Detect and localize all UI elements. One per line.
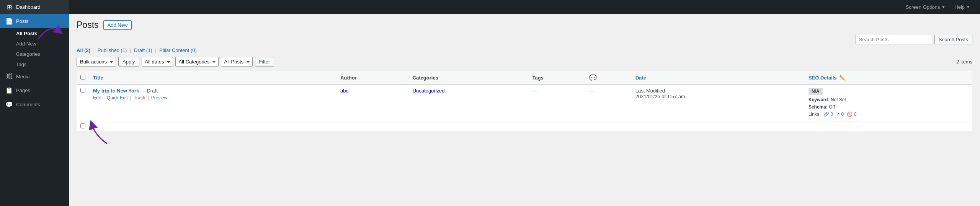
screen-options-arrow-icon: ▼ bbox=[941, 5, 945, 9]
row-checkbox[interactable] bbox=[80, 88, 85, 93]
filter-button[interactable]: Filter bbox=[255, 57, 274, 67]
topbar: Screen Options ▼ Help ▼ bbox=[69, 0, 980, 14]
row-author-cell: abc bbox=[336, 85, 409, 122]
seo-links-label: Links: bbox=[808, 111, 820, 118]
internal-links[interactable]: 🔗 0 bbox=[823, 111, 833, 118]
row-date-cell: Last Modified 2021/01/25 at 1:57 am bbox=[632, 85, 805, 122]
comments-icon: 💬 bbox=[5, 101, 13, 108]
items-count: 2 items bbox=[956, 59, 972, 65]
date-sort-link[interactable]: Date bbox=[635, 75, 646, 81]
edit-link[interactable]: Edit bbox=[93, 95, 101, 101]
footer-select-all[interactable] bbox=[80, 123, 85, 128]
submenu-all-posts[interactable]: All Posts bbox=[0, 28, 69, 39]
submenu-tags[interactable]: Tags bbox=[0, 59, 69, 70]
screen-options-button[interactable]: Screen Options ▼ bbox=[902, 3, 949, 11]
row-tags-cell: — bbox=[528, 85, 585, 122]
search-posts-button[interactable]: Search Posts bbox=[934, 35, 972, 44]
comment-bubble-icon: 💬 bbox=[589, 75, 597, 81]
submenu-add-new[interactable]: Add New bbox=[0, 39, 69, 49]
preview-link[interactable]: Preview bbox=[151, 95, 168, 101]
th-categories: Categories bbox=[409, 71, 529, 85]
sidebar-item-pages[interactable]: 📋 Pages bbox=[0, 83, 69, 97]
search-input[interactable] bbox=[856, 35, 932, 44]
row-comments-cell: — bbox=[585, 85, 631, 122]
sidebar-item-label: Dashboard bbox=[16, 4, 41, 10]
row-seo-cell: N/A Keyword: Not Set Schema: Off Links: … bbox=[805, 85, 972, 122]
row-categories-cell: Uncategorized bbox=[409, 85, 529, 122]
author-link[interactable]: abc bbox=[340, 88, 348, 94]
seo-schema: Schema: Off bbox=[808, 104, 969, 111]
all-categories-select[interactable]: All Categories bbox=[175, 57, 219, 67]
sidebar-item-comments[interactable]: 💬 Comments bbox=[0, 97, 69, 112]
filter-published[interactable]: Published (1) bbox=[98, 47, 127, 53]
trash-link[interactable]: Trash bbox=[134, 95, 145, 101]
seo-rating-badge: N/A bbox=[808, 88, 823, 95]
sidebar-item-posts[interactable]: 📄 Posts bbox=[0, 14, 69, 28]
toolbar-row: Bulk actions Apply All dates All Categor… bbox=[77, 57, 972, 67]
th-comments: 💬 bbox=[585, 71, 631, 85]
category-link[interactable]: Uncategorized bbox=[413, 88, 445, 94]
seo-edit-icon[interactable]: ✏️ bbox=[839, 75, 846, 81]
posts-icon: 📄 bbox=[5, 18, 13, 25]
help-arrow-icon: ▼ bbox=[966, 5, 970, 9]
seo-keyword: Keyword: Not Set bbox=[808, 96, 969, 104]
filter-pillar-content[interactable]: Pillar Content (0) bbox=[159, 47, 197, 53]
th-date: Date bbox=[632, 71, 805, 85]
sidebar-item-dashboard[interactable]: ⊞ Dashboard bbox=[0, 0, 69, 14]
post-status: — Draft bbox=[140, 88, 158, 94]
filter-all[interactable]: All (2) bbox=[77, 47, 90, 53]
table-row: My trip to New York — Draft Edit | Quick… bbox=[77, 85, 972, 122]
apply-button[interactable]: Apply bbox=[118, 57, 139, 67]
title-sort-link[interactable]: Title bbox=[93, 75, 103, 81]
external-links[interactable]: ↗ 0 bbox=[836, 111, 844, 118]
date-value: 2021/01/25 at 1:57 am bbox=[635, 94, 685, 99]
page-header: Posts Add New bbox=[77, 20, 972, 30]
all-posts-select[interactable]: All Posts bbox=[221, 57, 253, 67]
sidebar: ⊞ Dashboard 📄 Posts All Posts Add New Ca… bbox=[0, 0, 69, 206]
filter-draft[interactable]: Draft (1) bbox=[134, 47, 152, 53]
sidebar-item-label: Media bbox=[16, 74, 29, 79]
seo-links: Links: 🔗 0 ↗ 0 🚫 0 bbox=[808, 111, 969, 118]
seo-meta: Keyword: Not Set Schema: Off Links: 🔗 0 … bbox=[808, 96, 969, 118]
main-wrap: Screen Options ▼ Help ▼ Posts Add New Se… bbox=[69, 0, 980, 206]
th-seo: SEO Details ✏️ bbox=[805, 71, 972, 85]
row-checkbox-cell bbox=[77, 85, 89, 122]
help-button[interactable]: Help ▼ bbox=[951, 3, 974, 11]
row-title-cell: My trip to New York — Draft Edit | Quick… bbox=[89, 85, 336, 122]
posts-table-wrapper: Title Author Categories Tags 💬 Date bbox=[77, 71, 972, 131]
help-label: Help bbox=[954, 4, 965, 10]
sidebar-item-label: Posts bbox=[16, 18, 29, 24]
dashboard-icon: ⊞ bbox=[5, 3, 13, 11]
sidebar-item-label: Comments bbox=[16, 102, 40, 107]
posts-submenu: All Posts Add New Categories Tags bbox=[0, 28, 69, 70]
th-author: Author bbox=[336, 71, 409, 85]
quick-edit-link[interactable]: Quick Edit bbox=[107, 95, 128, 101]
post-title-link[interactable]: My trip to New York bbox=[93, 88, 139, 94]
th-title: Title bbox=[89, 71, 336, 85]
add-new-button[interactable]: Add New bbox=[103, 20, 132, 30]
content-area: Posts Add New Search Posts All (2) | Pub… bbox=[69, 14, 980, 206]
submenu-categories[interactable]: Categories bbox=[0, 49, 69, 59]
posts-table: Title Author Categories Tags 💬 Date bbox=[77, 71, 972, 131]
seo-sort-link[interactable]: SEO Details bbox=[808, 75, 837, 81]
th-checkbox bbox=[77, 71, 89, 85]
page-title: Posts bbox=[77, 20, 99, 30]
table-footer-row bbox=[77, 122, 972, 131]
nofollow-links[interactable]: 🚫 0 bbox=[847, 111, 856, 118]
pages-icon: 📋 bbox=[5, 87, 13, 94]
sidebar-item-media[interactable]: 🖼 Media bbox=[0, 70, 69, 83]
filter-links: All (2) | Published (1) | Draft (1) | Pi… bbox=[77, 47, 972, 53]
th-tags: Tags bbox=[528, 71, 585, 85]
media-icon: 🖼 bbox=[5, 73, 13, 80]
all-dates-select[interactable]: All dates bbox=[142, 57, 173, 67]
date-label: Last Modified bbox=[635, 88, 665, 94]
row-actions: Edit | Quick Edit | Trash | Preview bbox=[93, 95, 333, 101]
select-all-checkbox[interactable] bbox=[80, 75, 85, 80]
sidebar-item-label: Pages bbox=[16, 88, 30, 93]
screen-options-label: Screen Options bbox=[906, 4, 940, 10]
bulk-actions-select[interactable]: Bulk actions bbox=[77, 57, 116, 67]
